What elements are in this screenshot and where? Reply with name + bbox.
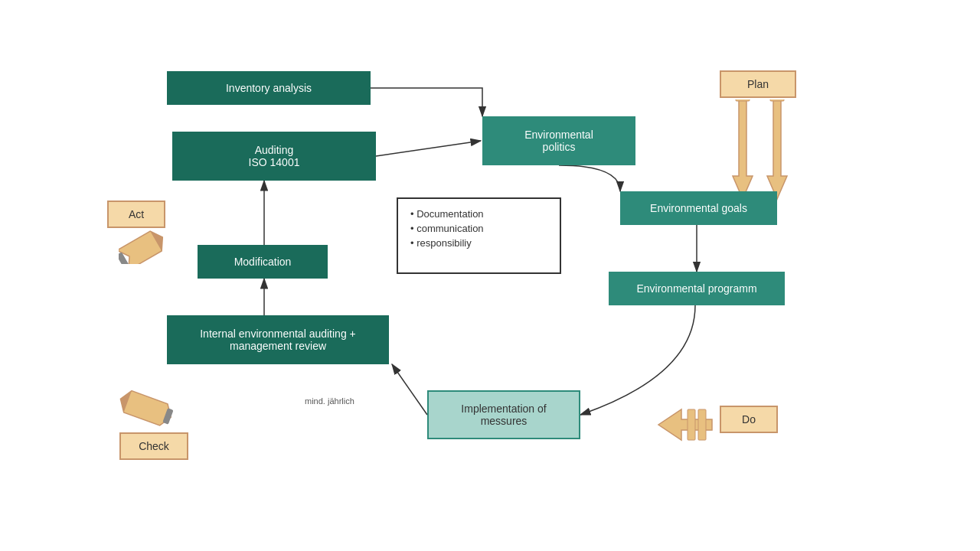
- do-label: Do: [742, 413, 756, 425]
- svg-rect-9: [770, 99, 784, 101]
- environmental-programm-box: Environmental programm: [609, 272, 785, 305]
- svg-rect-8: [736, 99, 750, 101]
- inventory-analysis-label: Inventory analysis: [226, 82, 312, 94]
- internal-auditing-label: Internal environmental auditing + manage…: [200, 328, 356, 352]
- modification-box: Modification: [198, 245, 328, 279]
- environmental-goals-label: Environmental goals: [650, 202, 747, 214]
- check-label: Check: [139, 440, 169, 452]
- mind-jahrlich-label: mind. jährlich: [305, 396, 354, 406]
- environmental-politics-label: Environmental politics: [524, 129, 593, 153]
- environmental-goals-box: Environmental goals: [620, 191, 777, 225]
- svg-rect-17: [688, 409, 695, 440]
- implementation-box: Implementation of messures: [427, 390, 580, 439]
- doc-line1: • Documentation: [410, 208, 484, 220]
- implementation-label: Implementation of messures: [461, 403, 546, 427]
- act-box: Act: [107, 201, 165, 228]
- do-box: Do: [720, 406, 778, 433]
- doc-line3: • responsibiliy: [410, 237, 472, 249]
- inventory-analysis-box: Inventory analysis: [167, 71, 371, 105]
- svg-rect-18: [698, 409, 706, 440]
- internal-auditing-box: Internal environmental auditing + manage…: [167, 315, 389, 364]
- environmental-programm-label: Environmental programm: [636, 282, 756, 295]
- doc-line2: • communication: [410, 223, 484, 234]
- modification-label: Modification: [234, 256, 292, 268]
- auditing-label: Auditing ISO 14001: [249, 144, 300, 168]
- auditing-box: Auditing ISO 14001: [172, 132, 376, 181]
- plan-label: Plan: [747, 78, 769, 90]
- documentation-box: • Documentation • communication • respon…: [397, 197, 561, 274]
- act-label: Act: [129, 208, 144, 220]
- svg-line-2: [376, 141, 481, 156]
- check-box: Check: [119, 432, 188, 460]
- environmental-politics-box: Environmental politics: [482, 116, 635, 165]
- plan-box: Plan: [720, 70, 796, 98]
- svg-marker-7: [767, 99, 787, 199]
- svg-marker-6: [733, 99, 753, 199]
